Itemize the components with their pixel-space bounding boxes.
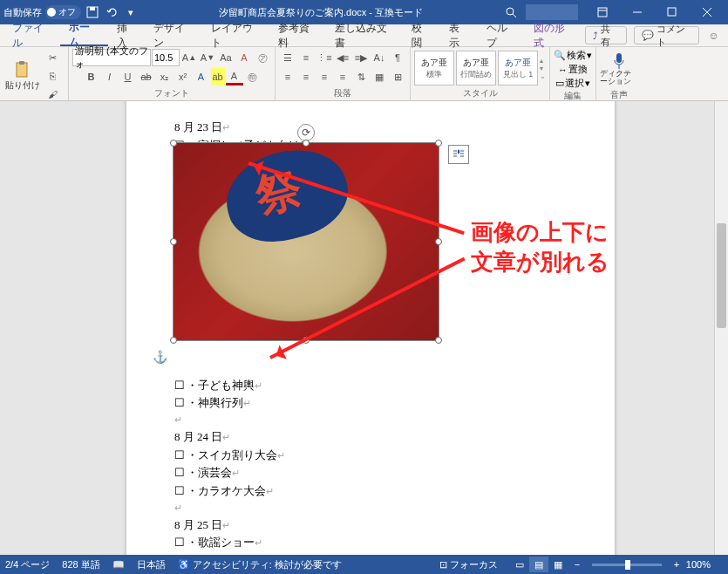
list-item: ☐・スイカ割り大会↵ <box>174 447 567 465</box>
underline-icon[interactable]: U <box>119 68 137 85</box>
search-icon[interactable] <box>503 4 519 20</box>
save-icon[interactable] <box>85 4 100 20</box>
copy-icon[interactable]: ⎘ <box>44 67 61 85</box>
change-case-icon[interactable]: Aa <box>217 49 235 66</box>
shading-icon[interactable]: ▦ <box>371 68 388 85</box>
font-name-select[interactable]: 游明朝 (本文のフォ <box>72 49 151 66</box>
multilevel-icon[interactable]: ⋮≡ <box>316 49 333 66</box>
find-button[interactable]: 🔍検索▾ <box>554 49 592 62</box>
resize-handle[interactable] <box>303 140 310 147</box>
sort-icon[interactable]: A↓ <box>371 49 388 66</box>
inserted-image[interactable]: ⟳ <box>173 142 439 341</box>
tab-layout[interactable]: レイアウト <box>202 24 269 46</box>
word-count[interactable]: 828 単語 <box>62 558 99 571</box>
tab-references[interactable]: 参考資料 <box>269 24 326 46</box>
shrink-font-icon[interactable]: A▼ <box>199 49 216 66</box>
tab-mailings[interactable]: 差し込み文書 <box>326 24 403 46</box>
clear-format-icon[interactable]: A <box>235 49 253 66</box>
align-right-icon[interactable]: ≡ <box>316 68 333 85</box>
spelling-icon[interactable]: 📖 <box>112 559 125 571</box>
replace-button[interactable]: ↔置換 <box>558 63 588 76</box>
phonetic-icon[interactable]: ㋐ <box>254 49 271 66</box>
text-effects-icon[interactable]: A <box>193 68 210 85</box>
line-spacing-icon[interactable]: ⇅ <box>352 68 370 85</box>
tab-view[interactable]: 表示 <box>440 24 478 46</box>
show-marks-icon[interactable]: ¶ <box>389 49 406 66</box>
comments-button[interactable]: 💬コメント <box>634 26 700 44</box>
feedback-icon[interactable]: ☺ <box>703 24 725 46</box>
group-paragraph: ☰ ≡ ⋮≡ ◀≡ ≡▶ A↓ ¶ ≡ ≡ ≡ ≡ ⇅ ▦ ⊞ 段落 <box>276 47 411 100</box>
format-painter-icon[interactable]: 🖌 <box>44 85 61 103</box>
paste-button[interactable]: 貼り付け <box>3 56 42 96</box>
borders-icon[interactable]: ⊞ <box>389 68 406 85</box>
zoom-level[interactable]: 100% <box>686 559 711 570</box>
bold-icon[interactable]: B <box>83 68 100 85</box>
tab-insert[interactable]: 挿入 <box>108 24 146 46</box>
tab-review[interactable]: 校閲 <box>403 24 440 46</box>
zoom-out-icon[interactable]: − <box>568 557 587 572</box>
close-button[interactable] <box>690 0 725 24</box>
cut-icon[interactable]: ✂ <box>44 49 61 66</box>
anchor-icon[interactable]: ⚓ <box>153 350 167 364</box>
maximize-button[interactable] <box>655 0 690 24</box>
language-indicator[interactable]: 日本語 <box>137 558 166 571</box>
select-button[interactable]: ▭選択▾ <box>555 77 590 90</box>
tab-file[interactable]: ファイル <box>3 24 60 46</box>
page-indicator[interactable]: 2/4 ページ <box>5 558 50 571</box>
layout-options-icon[interactable] <box>448 145 469 164</box>
resize-handle[interactable] <box>435 140 442 147</box>
minimize-button[interactable] <box>620 0 655 24</box>
zoom-in-icon[interactable]: + <box>667 557 686 572</box>
accessibility-indicator[interactable]: ♿アクセシビリティ: 検討が必要です <box>178 558 342 571</box>
align-center-icon[interactable]: ≡ <box>297 68 315 85</box>
bullets-icon[interactable]: ☰ <box>279 49 296 66</box>
share-button[interactable]: ⤴共有 <box>585 26 626 44</box>
resize-handle[interactable] <box>170 337 177 344</box>
resize-handle[interactable] <box>170 238 177 245</box>
increase-indent-icon[interactable]: ≡▶ <box>352 49 370 66</box>
ribbon: 貼り付け ✂ ⎘ 🖌 クリップボード 游明朝 (本文のフォ 10.5 A▲ A▼… <box>0 47 728 101</box>
resize-handle[interactable] <box>170 140 177 147</box>
resize-handle[interactable] <box>435 337 442 344</box>
decrease-indent-icon[interactable]: ◀≡ <box>334 49 351 66</box>
web-layout-icon[interactable]: ▦ <box>548 557 568 572</box>
tab-picture-format[interactable]: 図の形式 <box>525 24 582 46</box>
focus-mode[interactable]: ⊡フォーカス <box>439 558 498 571</box>
page[interactable]: 8 月 23 日↵ ☐・宝探し（子ども向け）↵ ⟳ ⚓ ☐・子ども神輿↵ ☐・神… <box>126 101 615 555</box>
scrollbar-thumb[interactable] <box>717 223 726 328</box>
style-heading1[interactable]: あア亜 見出し 1 <box>498 51 538 85</box>
list-item: ☐・歌謡ショー↵ <box>174 534 567 552</box>
undo-icon[interactable] <box>104 4 119 20</box>
highlight-icon[interactable]: ab <box>211 68 225 85</box>
ribbon-display-button[interactable] <box>585 0 620 24</box>
strikethrough-icon[interactable]: ab <box>138 68 155 85</box>
justify-icon[interactable]: ≡ <box>334 68 351 85</box>
font-color-icon[interactable]: A <box>226 68 243 85</box>
dictate-button[interactable]: ディクテーション <box>600 49 638 89</box>
enclose-char-icon[interactable]: ㊞ <box>244 68 262 85</box>
voice-label: 音声 <box>600 89 638 101</box>
print-layout-icon[interactable]: ▤ <box>529 557 548 572</box>
zoom-slider[interactable] <box>592 564 662 566</box>
rotate-handle-icon[interactable]: ⟳ <box>297 124 315 141</box>
autosave-toggle[interactable]: オフ <box>45 5 81 19</box>
font-label: フォント <box>72 87 271 99</box>
tab-design[interactable]: デザイン <box>145 24 201 46</box>
styles-gallery-more[interactable]: ▴▾⌄ <box>540 57 546 80</box>
style-nospacing[interactable]: あア亜 行間詰め <box>456 51 496 85</box>
style-normal[interactable]: あア亜 標準 <box>414 51 454 85</box>
font-size-select[interactable]: 10.5 <box>152 49 180 66</box>
subscript-icon[interactable]: x₂ <box>156 68 173 85</box>
tab-help[interactable]: ヘルプ <box>478 24 525 46</box>
qat-dropdown-icon[interactable]: ▾ <box>123 4 139 20</box>
vertical-scrollbar[interactable] <box>714 101 728 555</box>
italic-icon[interactable]: I <box>101 68 119 85</box>
numbering-icon[interactable]: ≡ <box>297 49 315 66</box>
grow-font-icon[interactable]: A▲ <box>180 49 198 66</box>
superscript-icon[interactable]: x² <box>174 68 192 85</box>
read-mode-icon[interactable]: ▭ <box>510 557 529 572</box>
account-area[interactable] <box>526 4 578 20</box>
align-left-icon[interactable]: ≡ <box>279 68 296 85</box>
tab-home[interactable]: ホーム <box>60 24 107 46</box>
resize-handle[interactable] <box>435 238 442 245</box>
